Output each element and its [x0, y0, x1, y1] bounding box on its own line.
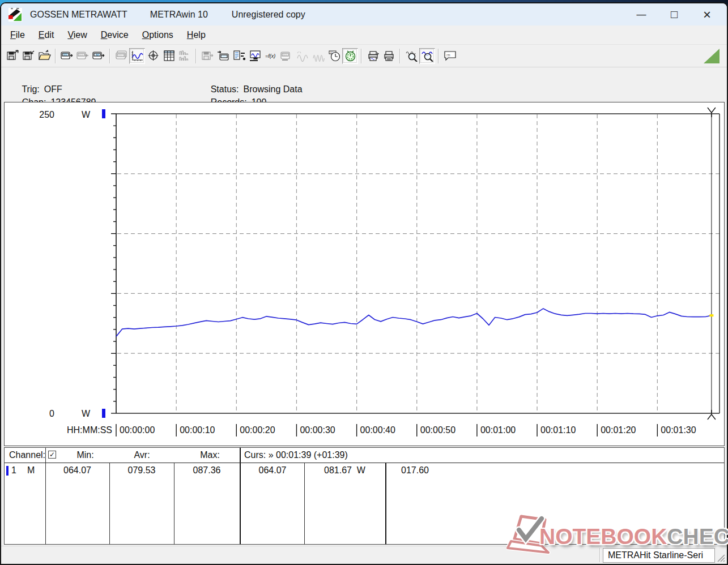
- power-chart[interactable]: 250W0WHH:MM:SS00:00:0000:00:1000:00:2000…: [5, 102, 724, 446]
- toolbar-group: [5, 48, 52, 64]
- header-channel: Channel:: [9, 450, 45, 460]
- magnifier-sine-icon: [421, 50, 434, 62]
- license-status: Unregistered copy: [232, 10, 305, 20]
- meter-send-icon: [217, 50, 230, 62]
- menu-help[interactable]: Help: [180, 28, 212, 42]
- read-device-321-button[interactable]: 321: [59, 48, 75, 64]
- cursor-value-marker: [709, 314, 713, 316]
- cell-mode: M: [27, 465, 35, 476]
- app-title: GOSSEN METRAWATT: [30, 10, 127, 20]
- save-button[interactable]: [20, 48, 36, 64]
- view-xy-button[interactable]: [145, 48, 161, 64]
- x-tick-label: 00:00:00: [120, 425, 155, 435]
- svg-text:=f(x): =f(x): [265, 53, 275, 59]
- acquisition-status-panel: Trig:OFF Chan:123456789 Status:Browsing …: [1, 67, 727, 102]
- meter-1257-icon: 1257: [115, 50, 128, 62]
- menu-device[interactable]: Device: [94, 28, 135, 42]
- statusbar-separator: [599, 548, 601, 562]
- view-table-button[interactable]: [161, 48, 177, 64]
- svg-text:1257: 1257: [118, 54, 122, 57]
- menu-view[interactable]: View: [61, 28, 93, 42]
- save-as-button[interactable]: [5, 48, 20, 64]
- cursor-top-handle: [708, 108, 716, 117]
- annotation-button[interactable]: !?!: [442, 48, 458, 64]
- maximize-button[interactable]: □: [658, 3, 691, 25]
- menu-options[interactable]: Options: [135, 28, 180, 42]
- toolbar-separator: [195, 49, 197, 63]
- header-max: Max:: [186, 450, 234, 460]
- wave-multi-button: [310, 48, 326, 64]
- device-settings-button[interactable]: [231, 48, 247, 64]
- formula-button[interactable]: =f(x): [263, 48, 279, 64]
- zoom-mode-button[interactable]: [419, 48, 435, 64]
- multimeter-display-button: 1257: [113, 48, 129, 64]
- histogram-icon: [178, 50, 191, 62]
- floppy-transfer-icon: [201, 50, 214, 62]
- print-button[interactable]: [381, 48, 397, 64]
- sine-single-icon: [296, 50, 309, 62]
- meter-in-icon: 321: [76, 50, 90, 62]
- y-max-marker: [102, 109, 105, 118]
- cursor-bottom-handle: [708, 410, 716, 420]
- print-graph-button[interactable]: [365, 48, 381, 64]
- cell-cursor-start: 064.07: [241, 465, 304, 476]
- meter-out-icon: 321: [61, 50, 74, 62]
- title-bar[interactable]: GOSSEN METRAWATT METRAwin 10 Unregistere…: [1, 3, 727, 25]
- y-min-label: 0: [49, 409, 54, 418]
- magnifier-wave-icon: [405, 50, 418, 62]
- x-tick-label: 00:00:20: [240, 425, 275, 435]
- toolbar-group: !?!: [442, 48, 458, 64]
- floppy-out-icon: [6, 50, 19, 62]
- x-tick-label: 00:01:30: [661, 425, 696, 435]
- open-file-button[interactable]: [36, 48, 52, 64]
- read-memory-button[interactable]: M: [91, 48, 107, 64]
- toolbar-group: =f(x)32112: [199, 48, 358, 64]
- cell-delta: 017.60: [401, 465, 429, 476]
- view-histogram-button: [177, 48, 193, 64]
- close-button[interactable]: ×: [691, 3, 723, 25]
- floppy-in-icon: [22, 50, 35, 62]
- crosshair-icon: [147, 50, 160, 62]
- device-name-box: METRAHit Starline-Seri: [603, 548, 715, 563]
- toolbar-group: 1257: [113, 48, 193, 64]
- toolbar-group: [403, 48, 435, 64]
- x-tick-label: 00:00:10: [180, 425, 215, 435]
- toolbar-group: 321321M: [59, 48, 107, 64]
- toolbar: 321321M1257=f(x)32112!?!: [1, 44, 727, 67]
- toolbar-separator: [438, 49, 439, 63]
- chart-curve-icon: [131, 50, 144, 62]
- metrawin-window: GOSSEN METRAWATT METRAwin 10 Unregistere…: [1, 3, 727, 564]
- minimize-button[interactable]: —: [625, 3, 658, 25]
- svg-text:321: 321: [283, 53, 287, 56]
- cell-cursor-value: 081.67 W: [304, 465, 385, 476]
- table-header-row: Channel: ✓ Min: Avr: Max: Curs: » 00:01:…: [5, 448, 724, 463]
- view-curve-button[interactable]: [129, 48, 145, 64]
- device-offline-button: 321: [279, 48, 295, 64]
- toolbar-separator: [109, 49, 110, 63]
- zoom-find-button[interactable]: [403, 48, 419, 64]
- cell-min: 064.07: [45, 465, 109, 476]
- stopwatch-green-icon: [344, 50, 357, 62]
- printer-icon: [382, 50, 395, 62]
- resize-grip[interactable]: [716, 553, 726, 563]
- toolbar-group: [365, 48, 397, 64]
- minmax-checkbox[interactable]: ✓: [48, 451, 56, 459]
- y-max-label: 250: [39, 110, 54, 119]
- menu-file[interactable]: File: [3, 28, 32, 42]
- readings-table: Channel: ✓ Min: Avr: Max: Curs: » 00:01:…: [4, 447, 725, 545]
- send-to-device-button[interactable]: [215, 48, 231, 64]
- monitor-wave-icon: [249, 50, 262, 62]
- menu-edit[interactable]: Edit: [32, 28, 61, 42]
- sine-multi-icon: [312, 50, 325, 62]
- x-axis-format-label: HH:MM:SS: [67, 425, 112, 435]
- write-device-321-button: 321: [75, 48, 91, 64]
- time-relative-button[interactable]: [342, 48, 358, 64]
- live-monitor-button[interactable]: [247, 48, 263, 64]
- y-unit-bottom: W: [82, 409, 91, 418]
- toolbar-separator: [55, 49, 56, 63]
- toolbar-separator: [361, 49, 362, 63]
- channel-row[interactable]: 1 M 064.07 079.53 087.36 064.07 081.67 W…: [5, 463, 724, 478]
- x-tick-label: 00:00:40: [360, 425, 395, 435]
- wave-single-button: [295, 48, 310, 64]
- time-absolute-button[interactable]: 12: [326, 48, 342, 64]
